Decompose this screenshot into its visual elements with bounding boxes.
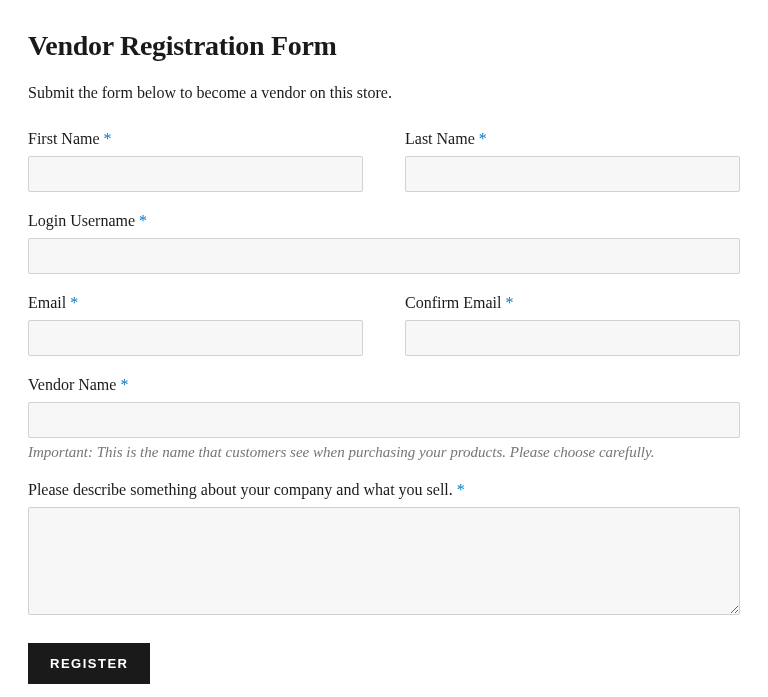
- email-input[interactable]: [28, 320, 363, 356]
- description-group: Please describe something about your com…: [28, 481, 740, 615]
- confirm-email-label-text: Confirm Email: [405, 294, 501, 311]
- vendor-registration-form: First Name * Last Name * Login Username …: [28, 130, 740, 684]
- last-name-label: Last Name *: [405, 130, 740, 148]
- intro-text: Submit the form below to become a vendor…: [28, 84, 740, 102]
- email-group: Email *: [28, 294, 363, 356]
- description-textarea[interactable]: [28, 507, 740, 615]
- first-name-input[interactable]: [28, 156, 363, 192]
- register-button[interactable]: Register: [28, 643, 150, 684]
- required-marker: *: [70, 294, 78, 311]
- page-title: Vendor Registration Form: [28, 30, 740, 62]
- last-name-label-text: Last Name: [405, 130, 475, 147]
- required-marker: *: [479, 130, 487, 147]
- required-marker: *: [104, 130, 112, 147]
- login-username-label: Login Username *: [28, 212, 740, 230]
- required-marker: *: [139, 212, 147, 229]
- confirm-email-label: Confirm Email *: [405, 294, 740, 312]
- email-label-text: Email: [28, 294, 66, 311]
- confirm-email-group: Confirm Email *: [405, 294, 740, 356]
- vendor-name-input[interactable]: [28, 402, 740, 438]
- required-marker: *: [120, 376, 128, 393]
- first-name-group: First Name *: [28, 130, 363, 192]
- confirm-email-input[interactable]: [405, 320, 740, 356]
- first-name-label: First Name *: [28, 130, 363, 148]
- last-name-group: Last Name *: [405, 130, 740, 192]
- vendor-name-group: Vendor Name *: [28, 376, 740, 438]
- vendor-name-label: Vendor Name *: [28, 376, 740, 394]
- last-name-input[interactable]: [405, 156, 740, 192]
- required-marker: *: [457, 481, 465, 498]
- login-username-input[interactable]: [28, 238, 740, 274]
- login-username-label-text: Login Username: [28, 212, 135, 229]
- login-username-group: Login Username *: [28, 212, 740, 274]
- vendor-name-hint: Important: This is the name that custome…: [28, 444, 740, 461]
- vendor-name-label-text: Vendor Name: [28, 376, 116, 393]
- description-label-text: Please describe something about your com…: [28, 481, 453, 498]
- email-label: Email *: [28, 294, 363, 312]
- required-marker: *: [505, 294, 513, 311]
- description-label: Please describe something about your com…: [28, 481, 740, 499]
- first-name-label-text: First Name: [28, 130, 100, 147]
